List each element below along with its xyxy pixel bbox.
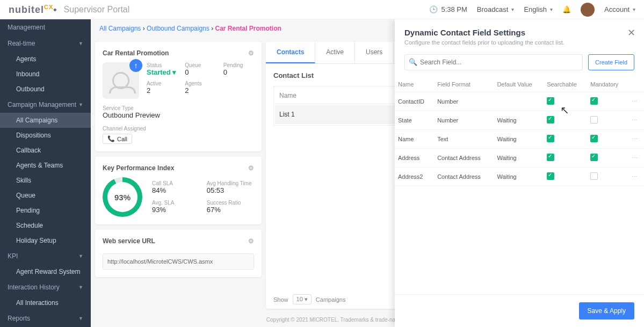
close-icon[interactable]: ✕	[627, 27, 635, 39]
mandatory-checkbox[interactable]	[590, 116, 598, 123]
fcol-default: Default Value	[494, 77, 544, 92]
caret-down-icon: ▼	[78, 102, 83, 107]
success-label: Success Ratio	[207, 200, 252, 206]
field-row: StateNumberWaiting⋯	[395, 111, 644, 130]
gear-icon[interactable]: ⚙	[248, 237, 254, 245]
crumb-outbound[interactable]: Outbound Campaigns	[147, 25, 209, 32]
create-field-button[interactable]: Create Field	[588, 54, 634, 70]
kpi-title: Key Performance Index	[103, 164, 174, 172]
channel-label: Channel Assigned	[103, 126, 254, 132]
bell-icon[interactable]: 🔔	[562, 5, 571, 13]
fcol-format: Field Format	[434, 77, 494, 92]
success-value: 67%	[207, 206, 252, 214]
pagesize-select[interactable]: 10 ▾	[293, 294, 312, 304]
language-menu[interactable]: English▾	[524, 5, 553, 13]
campaign-title: Car Rental Promotion	[103, 49, 169, 57]
avg-sla-label: Avg. SLA	[152, 200, 197, 206]
upload-icon[interactable]: ↑	[129, 59, 142, 72]
caret-down-icon: ▼	[78, 253, 83, 259]
fcol-name: Name	[395, 77, 434, 92]
nav-callback[interactable]: Callback	[0, 143, 91, 158]
aht-value: 05:53	[207, 186, 252, 194]
nav-queue[interactable]: Queue	[0, 188, 91, 203]
clock-icon: 🕒	[429, 5, 438, 13]
nav-agents[interactable]: Agents	[0, 52, 91, 67]
mandatory-checkbox[interactable]	[590, 172, 598, 180]
row-menu-icon[interactable]: ⋯	[632, 117, 638, 123]
agents-value: 2	[185, 86, 215, 95]
gear-icon[interactable]: ⚙	[248, 164, 254, 172]
queue-value: 0	[185, 68, 215, 76]
field-row: NameTextWaiting⋯	[395, 130, 644, 149]
url-title: Web service URL	[103, 237, 155, 245]
tab-users[interactable]: Users	[355, 42, 394, 63]
nav-dispositions[interactable]: Dispositions	[0, 128, 91, 143]
field-format: Number	[434, 92, 494, 111]
nav-kpi[interactable]: KPI▼	[0, 248, 91, 264]
nav-management[interactable]: Management	[0, 19, 91, 35]
crumb-all[interactable]: All Campaigns	[99, 25, 141, 32]
aht-label: Avg Handling Time	[207, 180, 252, 186]
row-menu-icon[interactable]: ⋯	[632, 155, 638, 161]
tab-contacts[interactable]: Contacts	[266, 42, 315, 63]
caret-down-icon: ▼	[78, 41, 83, 46]
search-icon: 🔍	[409, 58, 417, 66]
row-menu-icon[interactable]: ⋯	[632, 98, 638, 105]
agents-label: Agents	[185, 81, 215, 86]
field-name: Address	[395, 149, 434, 168]
nav-schedule[interactable]: Schedule	[0, 218, 91, 233]
field-format: Text	[434, 130, 494, 149]
row-menu-icon[interactable]: ⋯	[632, 136, 638, 142]
nav-campaign-mgmt[interactable]: Campaign Management▼	[0, 97, 91, 113]
searchable-checkbox[interactable]	[547, 172, 554, 180]
nav-reports[interactable]: Reports▼	[0, 310, 91, 326]
searchable-checkbox[interactable]	[547, 116, 554, 123]
chevron-down-icon: ▾	[511, 6, 514, 12]
avg-sla-value: 93%	[152, 206, 197, 214]
row-menu-icon[interactable]: ⋯	[632, 173, 638, 180]
mandatory-checkbox[interactable]	[590, 135, 598, 142]
tab-active[interactable]: Active	[315, 42, 355, 63]
searchable-checkbox[interactable]	[547, 154, 554, 161]
show-label: Show	[273, 296, 288, 303]
nav-all-interactions[interactable]: All Interactions	[0, 295, 91, 310]
active-label: Active	[147, 81, 177, 86]
field-row: ContactIDNumber⋯	[395, 92, 644, 111]
searchable-checkbox[interactable]	[547, 97, 554, 105]
url-input[interactable]	[103, 253, 254, 270]
field-name: Name	[395, 130, 434, 149]
nav-outbound[interactable]: Outbound	[0, 82, 91, 97]
gear-icon[interactable]: ⚙	[248, 49, 254, 57]
field-row: AddressContact AddressWaiting⋯	[395, 149, 644, 168]
search-input[interactable]	[404, 54, 583, 70]
nav-agents-teams[interactable]: Agents & Teams	[0, 158, 91, 173]
account-menu[interactable]: Account▾	[604, 5, 635, 13]
nav-pending[interactable]: Pending	[0, 203, 91, 218]
field-format: Number	[434, 111, 494, 130]
status-value[interactable]: Started ▾	[147, 68, 177, 76]
field-default: Waiting	[494, 149, 544, 168]
nav-all-campaigns[interactable]: All Campaigns	[0, 113, 91, 128]
broadcast-menu[interactable]: Broadcast▾	[477, 5, 515, 13]
clock-display: 🕒5:38 PM	[429, 5, 467, 13]
nav-agent-reward[interactable]: Agent Reward System	[0, 264, 91, 279]
save-apply-button[interactable]: Save & Apply	[579, 302, 634, 319]
call-sla-label: Call SLA	[152, 180, 197, 186]
avatar[interactable]	[581, 3, 595, 17]
nav-inbound[interactable]: Inbound	[0, 67, 91, 82]
fcol-searchable: Searchable	[544, 77, 587, 92]
phone-icon: 📞	[107, 135, 115, 142]
searchable-checkbox[interactable]	[547, 135, 554, 142]
channel-chip: 📞Call	[103, 134, 132, 144]
field-name: State	[395, 111, 434, 130]
nav-skills[interactable]: Skills	[0, 173, 91, 188]
mandatory-checkbox[interactable]	[590, 97, 598, 105]
mandatory-checkbox[interactable]	[590, 154, 598, 161]
status-label: Status	[147, 62, 177, 68]
nav-interaction-history[interactable]: Interaction History▼	[0, 279, 91, 295]
nav-realtime[interactable]: Real-time▼	[0, 35, 91, 52]
field-format: Contact Address	[434, 149, 494, 168]
nav-holiday[interactable]: Holiday Setup	[0, 233, 91, 248]
service-type-label: Service Type	[103, 105, 254, 111]
cell-name: List 1	[275, 105, 402, 124]
